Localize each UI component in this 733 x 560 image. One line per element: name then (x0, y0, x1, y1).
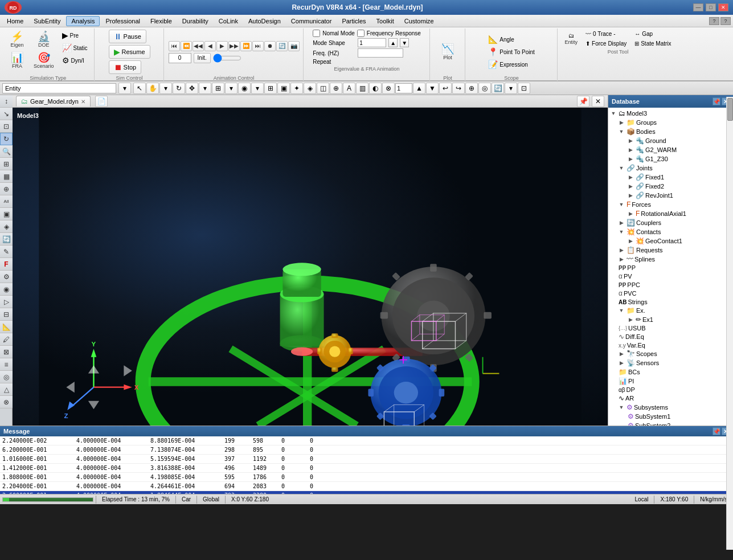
tree-ppc[interactable]: PP PPC (608, 281, 733, 289)
menu-subentity[interactable]: SubEntity (29, 17, 65, 26)
tree-toggle-couplers[interactable]: ▶ (617, 219, 625, 227)
viewport-pin-button[interactable]: 📌 (577, 96, 589, 107)
tree-splines[interactable]: ▶ 〰 Splines (608, 255, 733, 264)
wireframe-button[interactable]: ◫ (317, 83, 329, 94)
message-row-6[interactable]: 2.600000E-001 4.000000E-004 1.884644E-00… (0, 491, 733, 494)
grid-button[interactable]: ⊞ (264, 83, 277, 94)
anim-slider[interactable] (213, 53, 241, 63)
entity-input[interactable] (2, 83, 116, 93)
database-scrollbar[interactable] (726, 97, 733, 550)
tool-cross[interactable]: ⊗ (0, 396, 13, 408)
state-matrix-button[interactable]: ⊞ State Matrix (632, 39, 674, 48)
message-row-3[interactable]: 1.412000E-001 4.000000E-004 3.816388E-00… (0, 464, 733, 473)
redo-button[interactable]: ↪ (452, 83, 465, 94)
menu-customize[interactable]: Customize (400, 17, 439, 26)
tree-dp[interactable]: αβ DP (608, 386, 733, 394)
undo-button[interactable]: ↩ (439, 83, 452, 94)
tree-toggle-groups[interactable]: ▶ (617, 118, 625, 126)
tree-vareq[interactable]: x.y Var.Eq (608, 341, 733, 349)
freq-response-checkbox[interactable] (357, 30, 365, 37)
tree-rotational-axial1[interactable]: ▶ F RotationalAxial1 (608, 209, 733, 218)
menu-toolkit[interactable]: Toolkit (372, 17, 399, 26)
zoom-in-button[interactable]: ▾ (199, 83, 211, 94)
doe-button[interactable]: 🔬 DOE (31, 30, 57, 50)
tree-pv[interactable]: α PV (608, 272, 733, 281)
more-btn1[interactable]: ⊕ (465, 83, 478, 94)
tree-toggle-g1z30[interactable]: ▶ (626, 155, 634, 163)
tree-contacts[interactable]: ▼ 💥 Contacts (608, 227, 733, 236)
label-button[interactable]: A (343, 83, 355, 94)
more-btn3[interactable]: 🔄 (492, 83, 504, 94)
tool-annotate[interactable]: 🖊 (0, 333, 13, 346)
pause-button[interactable]: ⏸ Pause (109, 30, 146, 43)
tool-circle[interactable]: ◎ (0, 371, 13, 383)
tree-toggle-rotaxial1[interactable]: ▶ (626, 210, 634, 218)
menu-autodesign[interactable]: AutoDesign (244, 17, 285, 26)
tool-display[interactable]: ▣ (0, 208, 13, 220)
tool-rotate[interactable]: ↻ (0, 133, 13, 145)
tree-fixed1[interactable]: ▶ 🔗 Fixed1 (608, 173, 733, 182)
database-scroll-thumb[interactable] (727, 98, 733, 121)
tool-fit[interactable]: ⊞ (0, 158, 13, 170)
scenario-button[interactable]: 🎯 Scenario (31, 51, 57, 71)
anim-next-fast-button[interactable]: ⏩ (240, 41, 252, 51)
close-button[interactable]: ✕ (718, 3, 728, 11)
tree-toggle-fixed2[interactable]: ▶ (626, 182, 634, 190)
car-button[interactable]: Car (178, 496, 194, 502)
tree-toggle-forces[interactable]: ▼ (617, 201, 625, 209)
message-row-5[interactable]: 2.204000E-001 4.000000E-004 4.264461E-00… (0, 482, 733, 491)
tool-menu[interactable]: ≡ (0, 358, 13, 371)
tree-g1z30[interactable]: ▶ 🔩 G1_Z30 (608, 154, 733, 163)
more-btn2[interactable]: ◎ (478, 83, 491, 94)
tree-geocontact1[interactable]: ▶ 💥 GeoContact1 (608, 236, 733, 246)
working-plane-button[interactable]: ▥ (356, 83, 368, 94)
dyni-button[interactable]: ⚙ Dyn/I (59, 55, 91, 66)
message-row-2[interactable]: 1.016000E-001 4.000000E-004 5.159594E-00… (0, 455, 733, 464)
tool-select[interactable]: ↘ (0, 108, 13, 120)
anim-record-button[interactable]: ⏺ (264, 41, 276, 51)
freq-hz-input[interactable] (358, 48, 403, 58)
anim-init-button[interactable]: Init. (194, 53, 211, 63)
message-row-4[interactable]: 1.808000E-001 4.000000E-004 4.198085E-00… (0, 473, 733, 482)
pan-view-button[interactable]: ✥ (186, 83, 198, 94)
anim-frame-input[interactable] (169, 53, 191, 63)
display-mode-button[interactable]: ◉ (238, 83, 251, 94)
menu-durability[interactable]: Durability (178, 17, 213, 26)
mode-shape-spin-up[interactable]: ▲ (388, 38, 398, 47)
tool-triangle[interactable]: △ (0, 383, 13, 396)
tree-pvc[interactable]: α PVC (608, 289, 733, 298)
tree-pi[interactable]: 📊 PI (608, 377, 733, 386)
tree-bcs[interactable]: 📁 BCs (608, 367, 733, 377)
tool-panel[interactable]: ⊟ (0, 308, 13, 321)
normal-mode-checkbox[interactable] (313, 30, 320, 37)
point-to-point-button[interactable]: 📍 Point To Point (485, 46, 538, 58)
entity-dropdown-button[interactable]: ▾ (118, 83, 131, 94)
model-tab[interactable]: 🗂 Gear_Model.rdyn ✕ (16, 96, 91, 107)
tree-toggle-model3[interactable]: ▼ (609, 109, 617, 117)
tree-ground[interactable]: ▶ 🔩 Ground (608, 136, 733, 145)
ribbon-minimize-button[interactable]: ? (709, 17, 719, 25)
mode-shape-spin-down[interactable]: ▼ (400, 38, 409, 47)
body-display-button[interactable]: ◈ (304, 83, 316, 94)
view-spin-up[interactable]: ▲ (413, 83, 425, 94)
viewport-close-button[interactable]: ✕ (592, 96, 604, 107)
more-btn4[interactable]: ▾ (505, 83, 517, 94)
menu-communicator[interactable]: Communicator (286, 17, 337, 26)
tree-scopes[interactable]: ▶ 🔭 Scopes (608, 349, 733, 358)
tree-pp[interactable]: PP PP (608, 264, 733, 272)
extra-btn1[interactable]: ◐ (369, 83, 382, 94)
pre-button[interactable]: ▶ Pre (59, 30, 91, 41)
tree-groups[interactable]: ▶ 📁 Groups (608, 118, 733, 127)
tree-subsystems[interactable]: ▼ ⚙ Subsystems (608, 403, 733, 412)
tool-grid[interactable]: ▦ (0, 170, 13, 183)
select-mode-button[interactable]: ↖ (133, 83, 146, 94)
anim-step-fwd-button[interactable]: ▶ (216, 41, 228, 51)
stop-button[interactable]: ⏹ Stop (109, 60, 142, 74)
global-button[interactable]: Global (199, 496, 223, 502)
entity-button[interactable]: 🗂 Entity (562, 31, 581, 47)
angle-button[interactable]: 📐 Angle (485, 34, 538, 45)
anim-first-button[interactable]: ⏮ (169, 41, 180, 51)
tool-snap[interactable]: ⊕ (0, 183, 13, 195)
tool-point[interactable]: ◉ (0, 283, 13, 296)
tool-all[interactable]: All (0, 195, 13, 208)
